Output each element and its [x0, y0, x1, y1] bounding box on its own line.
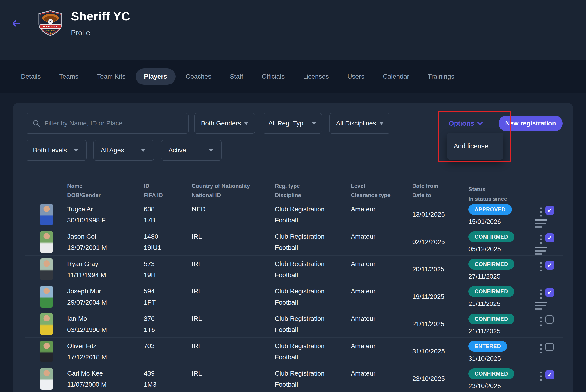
logo-text-line2: STADIUM: [45, 29, 55, 32]
filter-select[interactable]: All Reg. Typ...: [263, 113, 322, 134]
header-line2: Clearance type: [351, 192, 391, 198]
status-badge: CONFIRMED: [469, 286, 514, 297]
player-level: Amateur: [351, 206, 375, 213]
tab-officials[interactable]: Officials: [262, 73, 285, 80]
row-actions: [534, 338, 564, 365]
discipline: Football: [275, 272, 325, 279]
player-photo: [40, 231, 53, 253]
tab-staff[interactable]: Staff: [230, 73, 243, 80]
header-line2: DOB/Gender: [67, 192, 101, 198]
check-icon: ✓: [547, 207, 553, 214]
filter-select[interactable]: Both Levels: [26, 140, 87, 160]
cell-reg-type: Club RegistrationFootball: [275, 283, 325, 310]
discipline: Football: [275, 354, 325, 361]
table-row[interactable]: Ian Mo03/12/1990 M3761T6IRLClub Registra…: [25, 310, 563, 338]
reg-type: Club Registration: [275, 342, 325, 350]
avatar-head: [43, 233, 50, 240]
in-status-since: 31/10/2025: [469, 355, 507, 362]
avatar-head: [43, 288, 50, 294]
player-level: Amateur: [351, 315, 375, 322]
date-from: 21/11/2025: [412, 320, 444, 328]
tab-teams[interactable]: Teams: [59, 73, 78, 80]
kebab-menu-icon[interactable]: [540, 344, 543, 354]
table-row[interactable]: Joseph Mur29/07/2004 M5941PTIRLClub Regi…: [25, 283, 563, 310]
player-dob-gender: 29/07/2004 M: [67, 299, 107, 306]
table-row[interactable]: Carl Mc Kee11/07/2000 M4391M3IRLClub Reg…: [25, 365, 563, 392]
tab-calendar[interactable]: Calendar: [383, 73, 409, 80]
row-checkbox[interactable]: ✓: [546, 370, 554, 379]
kebab-menu-icon[interactable]: [540, 234, 543, 244]
player-level: Amateur: [351, 260, 375, 268]
kebab-menu-icon[interactable]: [540, 207, 543, 217]
filter-select[interactable]: All Ages: [93, 140, 154, 160]
select-value: Both Genders: [201, 120, 241, 127]
cell-reg-type: Club RegistrationFootball: [275, 338, 325, 365]
discipline: Football: [275, 326, 325, 334]
filter-select[interactable]: All Disciplines: [329, 113, 390, 134]
player-photo: [40, 340, 53, 362]
avatar-head: [43, 370, 50, 376]
player-country: IRL: [192, 342, 202, 350]
player-photo: [40, 313, 53, 335]
cell-id: 4391M3: [144, 365, 156, 392]
cell-reg-type: Club RegistrationFootball: [275, 228, 325, 256]
row-checkbox[interactable]: ✓: [546, 288, 554, 297]
row-checkbox[interactable]: [546, 316, 554, 324]
tab-trainings[interactable]: Trainings: [428, 73, 454, 80]
kebab-menu-icon[interactable]: [540, 262, 543, 272]
avatar-head: [43, 315, 50, 322]
cell-name: Oliver Fitz17/12/2018 M: [67, 338, 107, 365]
row-actions: ✓: [534, 201, 564, 228]
kebab-menu-icon[interactable]: [540, 316, 543, 326]
chevron-down-icon: [477, 121, 483, 126]
status-badge: ENTERED: [469, 341, 507, 352]
notes-lines-icon[interactable]: [535, 220, 547, 228]
reg-type: Club Registration: [275, 288, 325, 295]
column-header-date-from: Date fromDate to: [412, 183, 438, 198]
table-row[interactable]: Tugce Ar30/10/1998 F63817BNEDClub Regist…: [25, 201, 563, 228]
cell-date-from: 21/11/2025: [412, 310, 444, 338]
player-id: 703: [144, 342, 155, 350]
tab-players[interactable]: Players: [136, 68, 175, 85]
tab-team-kits[interactable]: Team Kits: [97, 73, 125, 80]
back-button[interactable]: [11, 20, 21, 27]
table-row[interactable]: Oliver Fitz17/12/2018 M703IRLClub Regist…: [25, 338, 563, 365]
reg-type: Club Registration: [275, 370, 325, 377]
cell-id: 5941PT: [144, 283, 156, 310]
cell-country: IRL: [192, 338, 202, 365]
tab-coaches[interactable]: Coaches: [186, 73, 211, 80]
cell-status: CONFIRMED23/10/2025: [469, 365, 514, 392]
cell-date-from: 20/11/2025: [412, 256, 444, 283]
player-dob-gender: 17/12/2018 M: [67, 354, 107, 361]
row-checkbox[interactable]: [546, 343, 554, 351]
tab-details[interactable]: Details: [21, 73, 41, 80]
player-name: Joseph Mur: [67, 288, 107, 295]
table-row[interactable]: Jason Col13/07/2001 M148019IU1IRLClub Re…: [25, 228, 563, 256]
player-id: 376: [144, 315, 155, 322]
notes-lines-icon[interactable]: [535, 247, 547, 255]
player-name: Ian Mo: [67, 315, 107, 322]
new-registration-button[interactable]: New registration: [499, 116, 563, 131]
logo-text-line1: FOOTBALL: [43, 25, 58, 28]
options-button[interactable]: Options: [449, 119, 483, 128]
row-checkbox[interactable]: ✓: [546, 261, 554, 270]
players-table: NameDOB/GenderIDFIFA IDCountry of Nation…: [25, 181, 563, 392]
menu-item-add-license[interactable]: Add license: [447, 142, 488, 150]
kebab-menu-icon[interactable]: [540, 289, 543, 299]
row-checkbox[interactable]: ✓: [546, 206, 554, 215]
select-value: All Disciplines: [336, 120, 376, 127]
notes-lines-icon[interactable]: [535, 302, 547, 310]
table-row[interactable]: Ryan Gray11/11/1994 M57319HIRLClub Regis…: [25, 256, 563, 283]
options-label: Options: [449, 120, 474, 127]
header-line1: Reg. type: [275, 183, 301, 189]
tab-users[interactable]: Users: [347, 73, 364, 80]
player-level: Amateur: [351, 342, 375, 350]
tab-licenses[interactable]: Licenses: [303, 73, 329, 80]
kebab-menu-icon[interactable]: [540, 371, 543, 381]
search-input[interactable]: [44, 120, 184, 127]
filter-select[interactable]: Both Genders: [194, 113, 255, 134]
check-icon: ✓: [547, 290, 553, 296]
row-checkbox[interactable]: ✓: [546, 233, 554, 242]
cell-country: IRL: [192, 365, 202, 392]
filter-select[interactable]: Active: [161, 140, 222, 160]
